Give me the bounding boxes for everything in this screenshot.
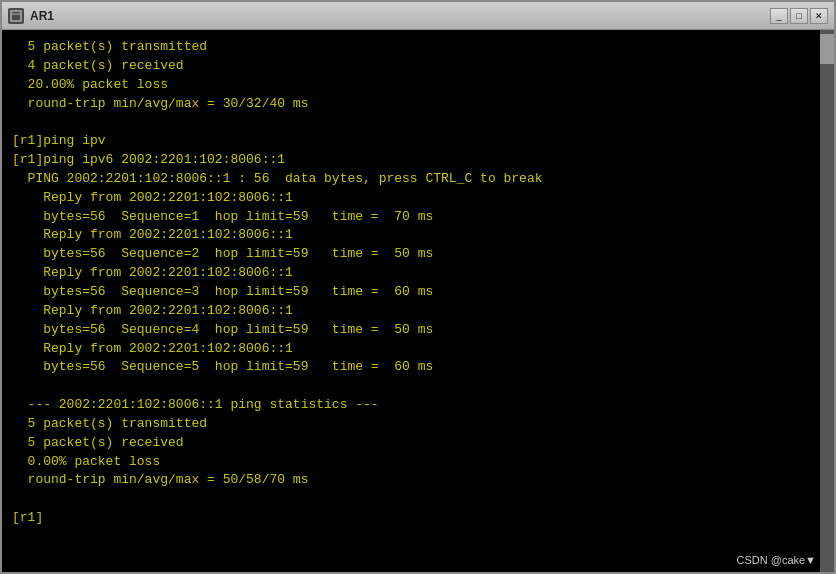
terminal-content: 5 packet(s) transmitted 4 packet(s) rece… bbox=[12, 38, 824, 528]
window-title: AR1 bbox=[30, 9, 770, 23]
maximize-button[interactable]: □ bbox=[790, 8, 808, 24]
scrollbar[interactable] bbox=[820, 30, 834, 572]
minimize-button[interactable]: _ bbox=[770, 8, 788, 24]
scrollbar-thumb[interactable] bbox=[820, 34, 834, 64]
close-button[interactable]: ✕ bbox=[810, 8, 828, 24]
svg-rect-0 bbox=[11, 11, 21, 21]
watermark: CSDN @cake▼ bbox=[736, 554, 816, 566]
window: AR1 _ □ ✕ 5 packet(s) transmitted 4 pack… bbox=[0, 0, 836, 574]
window-controls: _ □ ✕ bbox=[770, 8, 828, 24]
terminal-area[interactable]: 5 packet(s) transmitted 4 packet(s) rece… bbox=[2, 30, 834, 572]
app-icon bbox=[8, 8, 24, 24]
titlebar: AR1 _ □ ✕ bbox=[2, 2, 834, 30]
